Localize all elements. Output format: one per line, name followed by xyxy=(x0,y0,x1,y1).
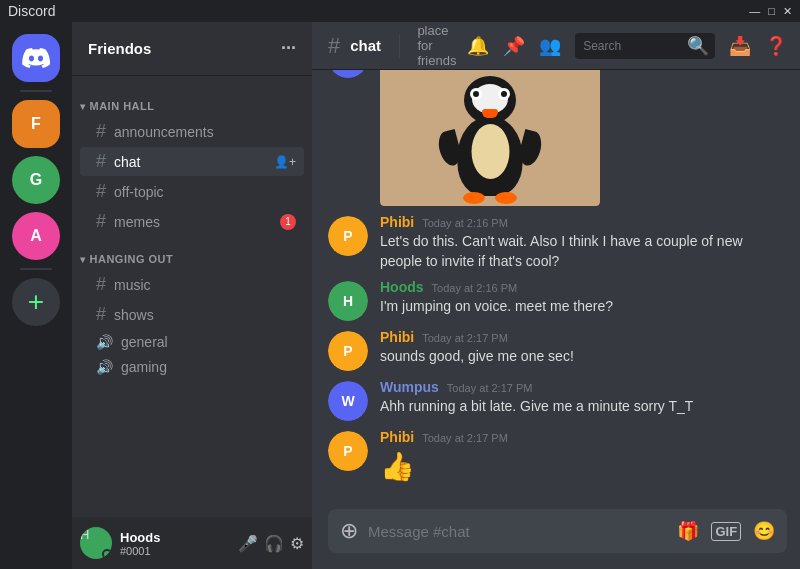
minimize-button[interactable]: — xyxy=(749,5,760,18)
maximize-button[interactable]: □ xyxy=(768,5,775,18)
message-group: P Phibi Today at 2:17 PM sounds good, gi… xyxy=(328,327,787,373)
message-content: Phibi Today at 2:17 PM sounds good, give… xyxy=(380,329,787,371)
user-panel: H Hoods #0001 🎤 🎧 ⚙ xyxy=(72,517,312,569)
user-name: Hoods xyxy=(120,530,230,545)
message-text: I'm jumping on voice. meet me there? xyxy=(380,297,787,317)
channel-name: memes xyxy=(114,214,160,230)
message-content: Hoods Today at 2:16 PM I'm jumping on vo… xyxy=(380,279,787,321)
channel-chat[interactable]: # chat ⚙ 👤+ xyxy=(80,147,304,176)
channel-gaming-voice[interactable]: 🔊 gaming xyxy=(80,355,304,379)
message-text: Let's do this. Can't wait. Also I think … xyxy=(380,232,787,271)
settings-button[interactable]: ⚙ xyxy=(290,534,304,553)
unread-badge: 1 xyxy=(280,214,296,230)
message-group: W Wumpus Today at 2:15 PM xyxy=(328,70,787,208)
user-avatar: H xyxy=(80,527,112,559)
category-hanging-out[interactable]: HANGING OUT xyxy=(72,237,312,269)
close-button[interactable]: ✕ xyxy=(783,5,792,18)
server-icon-4[interactable]: A xyxy=(12,212,60,260)
channel-off-topic[interactable]: # off-topic xyxy=(80,177,304,206)
server-sidebar: F G A + xyxy=(0,22,72,569)
search-box[interactable]: 🔍 xyxy=(575,33,715,59)
category-main-hall[interactable]: MAIN HALL xyxy=(72,84,312,116)
messages-container: W Wumpus Today at 2:13 PM Wanna watch th… xyxy=(312,70,800,493)
channel-list: MAIN HALL # announcements # chat ⚙ 👤+ # … xyxy=(72,76,312,517)
user-info: Hoods #0001 xyxy=(120,530,230,557)
pingu-image xyxy=(380,70,600,206)
user-controls: 🎤 🎧 ⚙ xyxy=(238,534,304,553)
hash-icon: # xyxy=(96,274,106,295)
titlebar: Discord — □ ✕ xyxy=(0,0,800,22)
message-time: Today at 2:17 PM xyxy=(422,332,508,344)
message-author[interactable]: Phibi xyxy=(380,214,414,230)
channel-sidebar: Friendos ··· MAIN HALL # announcements #… xyxy=(72,22,312,569)
hash-icon: # xyxy=(96,121,106,142)
avatar: P xyxy=(328,431,368,471)
gif-icon[interactable]: GIF xyxy=(711,522,741,541)
channel-general-voice[interactable]: 🔊 general xyxy=(80,330,304,354)
channel-music[interactable]: # music xyxy=(80,270,304,299)
message-group: H Hoods Today at 2:16 PM I'm jumping on … xyxy=(328,277,787,323)
add-member-icon[interactable]: 👤+ xyxy=(274,155,296,169)
server-icon-3[interactable]: G xyxy=(12,156,60,204)
avatar: P xyxy=(328,331,368,371)
message-author[interactable]: Phibi xyxy=(380,329,414,345)
message-content: Phibi Today at 2:16 PM Let's do this. Ca… xyxy=(380,214,787,271)
members-icon[interactable]: 👥 xyxy=(539,35,561,57)
message-time: Today at 2:17 PM xyxy=(447,382,533,394)
input-icons: 🎁 GIF 😊 xyxy=(677,520,775,542)
server-name-header[interactable]: Friendos ··· xyxy=(72,22,312,76)
avatar: W xyxy=(328,70,368,78)
hash-icon: # xyxy=(96,151,106,172)
message-author[interactable]: Phibi xyxy=(380,429,414,445)
channel-header: # chat a place for friends to talk 🔔 📌 👥… xyxy=(312,22,800,70)
message-content: Phibi Today at 2:17 PM 👍 xyxy=(380,429,787,486)
add-server-button[interactable]: + xyxy=(12,278,60,326)
user-status-dot xyxy=(102,549,112,559)
server-icon-discord[interactable] xyxy=(12,34,60,82)
hash-icon: # xyxy=(96,304,106,325)
hash-icon: # xyxy=(96,211,106,232)
message-author[interactable]: Wumpus xyxy=(380,379,439,395)
avatar: W xyxy=(328,381,368,421)
message-content: Wumpus Today at 2:17 PM Ahh running a bi… xyxy=(380,379,787,421)
pin-icon[interactable]: 📌 xyxy=(503,35,525,57)
channel-name: gaming xyxy=(121,359,167,375)
inbox-icon[interactable]: 📥 xyxy=(729,35,751,57)
server-name: Friendos xyxy=(88,40,151,57)
gift-icon[interactable]: 🎁 xyxy=(677,520,699,542)
search-icon: 🔍 xyxy=(687,35,709,57)
message-group: W Wumpus Today at 2:17 PM Ahh running a … xyxy=(328,377,787,423)
channel-name: announcements xyxy=(114,124,214,140)
message-author[interactable]: Hoods xyxy=(380,279,424,295)
message-time: Today at 2:16 PM xyxy=(422,217,508,229)
help-icon[interactable]: ❓ xyxy=(765,35,787,57)
message-input-box: ⊕ 🎁 GIF 😊 xyxy=(328,509,787,553)
attach-file-button[interactable]: ⊕ xyxy=(340,518,358,544)
message-text-input[interactable] xyxy=(368,523,667,540)
channel-name: general xyxy=(121,334,168,350)
app-title: Discord xyxy=(8,3,55,19)
channel-memes[interactable]: # memes 1 xyxy=(80,207,304,236)
channel-shows[interactable]: # shows xyxy=(80,300,304,329)
header-icons: 🔔 📌 👥 🔍 📥 ❓ xyxy=(467,33,787,59)
channel-announcements[interactable]: # announcements xyxy=(80,117,304,146)
server-icon-friendos[interactable]: F xyxy=(12,100,60,148)
window-controls: — □ ✕ xyxy=(749,5,792,18)
message-image xyxy=(380,70,600,206)
server-divider xyxy=(20,90,52,92)
emoji-icon[interactable]: 😊 xyxy=(753,520,775,542)
notification-bell-icon[interactable]: 🔔 xyxy=(467,35,489,57)
search-input[interactable] xyxy=(583,39,683,53)
message-time: Today at 2:16 PM xyxy=(432,282,518,294)
message-content: Wumpus Today at 2:15 PM xyxy=(380,70,787,206)
main-content: # chat a place for friends to talk 🔔 📌 👥… xyxy=(312,22,800,569)
mute-button[interactable]: 🎤 xyxy=(238,534,258,553)
deafen-button[interactable]: 🎧 xyxy=(264,534,284,553)
server-divider-2 xyxy=(20,268,52,270)
message-text: 👍 xyxy=(380,447,787,486)
channel-name: shows xyxy=(114,307,154,323)
server-options-icon[interactable]: ··· xyxy=(281,38,296,59)
channel-hash-icon: # xyxy=(328,33,340,59)
channel-name: music xyxy=(114,277,151,293)
message-time: Today at 2:17 PM xyxy=(422,432,508,444)
